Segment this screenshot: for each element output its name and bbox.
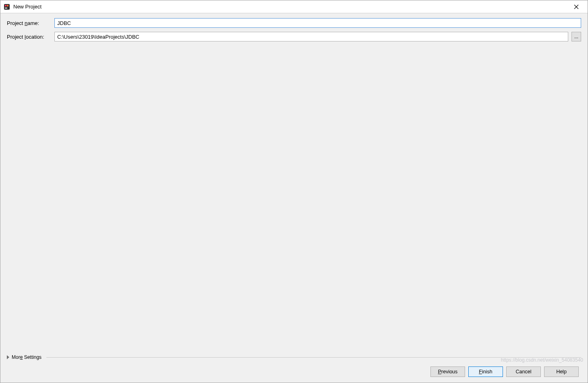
window-title: New Project (13, 4, 568, 10)
spacer (7, 41, 581, 352)
finish-button[interactable]: Finish (468, 366, 503, 377)
new-project-dialog: New Project Project name: Project locati… (0, 0, 588, 383)
project-location-input[interactable] (54, 32, 568, 41)
svg-rect-3 (5, 8, 7, 8)
button-bar: Previous Finish Cancel Help (7, 362, 581, 379)
svg-rect-2 (7, 5, 8, 6)
dialog-content: Project name: Project location: ... More… (0, 13, 588, 383)
separator-line (46, 357, 581, 358)
app-icon (4, 4, 10, 10)
browse-button[interactable]: ... (571, 32, 581, 41)
previous-button[interactable]: Previous (430, 366, 465, 377)
close-button[interactable] (568, 1, 584, 12)
more-settings-label: More Settings (12, 354, 42, 360)
help-button[interactable]: Help (544, 366, 579, 377)
form-area: Project name: Project location: ... (7, 18, 581, 41)
project-location-label: Project location: (7, 34, 51, 40)
cancel-button[interactable]: Cancel (506, 366, 541, 377)
svg-rect-1 (5, 5, 6, 6)
more-settings-toggle[interactable]: More Settings (7, 352, 581, 362)
project-name-input[interactable] (54, 18, 581, 28)
titlebar: New Project (0, 0, 588, 13)
project-name-label: Project name: (7, 20, 51, 26)
close-icon (574, 4, 579, 9)
chevron-right-icon (7, 355, 9, 359)
